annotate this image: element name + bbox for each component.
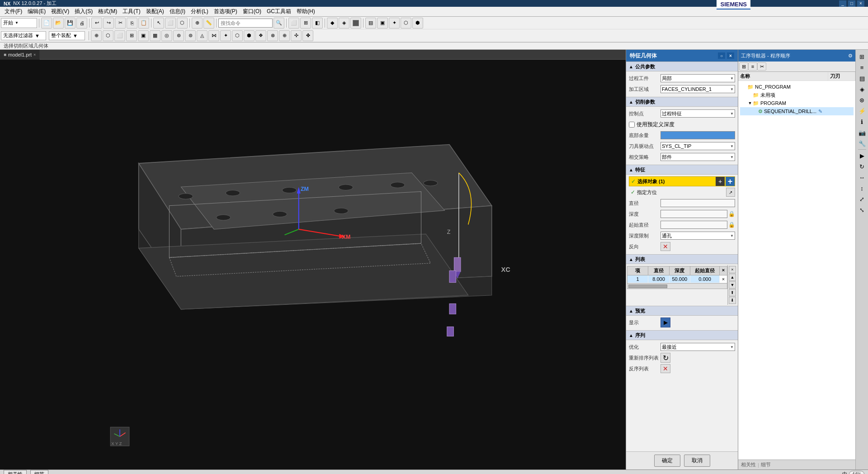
overlap-select[interactable]: 部件 ▼: [660, 153, 735, 161]
blade-icon-13[interactable]: ↕: [857, 183, 867, 193]
nav-item-nc-program[interactable]: 📁 NC_PROGRAM: [740, 83, 854, 91]
save-btn[interactable]: 💾: [65, 18, 75, 28]
blade-icon-6[interactable]: ⚡: [857, 106, 867, 116]
start-dia-input[interactable]: 0.00000: [660, 221, 727, 229]
menu-view[interactable]: 视图(V): [48, 7, 72, 16]
table-side-top[interactable]: ⬆: [729, 289, 736, 296]
scene-3d[interactable]: ZM XM XC Z: [0, 60, 626, 469]
optimize-select[interactable]: 最接近 ▼: [660, 343, 735, 351]
menu-edit[interactable]: 编辑(E): [25, 7, 48, 16]
filter-btn11[interactable]: ⋈: [208, 30, 219, 41]
table-side-up[interactable]: ▲: [729, 274, 736, 281]
cancel-button[interactable]: 取消: [684, 455, 710, 467]
section-preview[interactable]: ▲ 预览: [626, 306, 738, 316]
process-tool-select[interactable]: 局部 ▼: [660, 74, 735, 82]
control-point-select[interactable]: 过程特征 ▼: [660, 109, 735, 118]
depth-input[interactable]: 50.00000: [660, 210, 727, 218]
blade-icon-2[interactable]: ≡: [857, 62, 867, 72]
filter-btn4[interactable]: ⊞: [126, 30, 137, 41]
menu-format[interactable]: 格式(M): [95, 7, 120, 16]
scrollbar-track[interactable]: [628, 284, 726, 288]
filter-btn7[interactable]: ◎: [161, 30, 172, 41]
more-btn3[interactable]: ⬢: [412, 18, 423, 28]
detail-button[interactable]: 细节: [30, 470, 48, 474]
viewport[interactable]: ■ model1.prt ×: [0, 50, 626, 469]
table-side-down[interactable]: ▼: [729, 281, 736, 289]
view-btn2[interactable]: ⊞: [300, 18, 311, 28]
nav-tb-btn2[interactable]: ≡: [748, 62, 757, 71]
filter-btn6[interactable]: ▦: [150, 30, 160, 41]
blade-icon-5[interactable]: ⊛: [857, 95, 867, 105]
process-area-value[interactable]: FACES_CYLINDER_1 ▼: [660, 85, 735, 93]
section-list[interactable]: ▲ 列表: [626, 254, 738, 264]
menu-gc[interactable]: GC工具箱: [264, 7, 294, 16]
snap-btn2[interactable]: ⊕: [91, 30, 102, 41]
view-btn1[interactable]: ⬜: [288, 18, 299, 28]
filter-btn2[interactable]: ⬡: [103, 30, 113, 41]
direction-value[interactable]: ✕: [660, 242, 735, 251]
dialog-minimize-button[interactable]: ○: [718, 52, 725, 59]
depth-limit-value[interactable]: 通孔 ▼: [660, 232, 735, 240]
filter-btn13[interactable]: ⬡: [232, 30, 243, 41]
menu-assembly[interactable]: 装配(A): [143, 7, 167, 16]
section-features[interactable]: ▲ 特征: [626, 165, 738, 175]
reorder-button[interactable]: ↻: [660, 353, 670, 363]
optimize-value[interactable]: 最接近 ▼: [660, 343, 735, 351]
dialog-close-button[interactable]: ×: [727, 52, 734, 59]
blade-icon-14[interactable]: ⤢: [857, 194, 867, 204]
render-btn1[interactable]: ◆: [327, 18, 338, 28]
open-btn[interactable]: 📂: [53, 18, 64, 28]
menu-help[interactable]: 帮助(H): [294, 7, 318, 16]
menu-preferences[interactable]: 首选项(P): [211, 7, 240, 16]
filter-btn5[interactable]: ▣: [138, 30, 149, 41]
more-btn1[interactable]: ✦: [389, 18, 400, 28]
blade-icon-8[interactable]: 📷: [857, 128, 867, 137]
menu-insert[interactable]: 插入(S): [72, 7, 95, 16]
filter-btn8[interactable]: ⊛: [173, 30, 184, 41]
blade-icon-10[interactable]: ▶: [857, 151, 867, 161]
stock-value[interactable]: 0.0000: [660, 131, 735, 139]
table-side-delete[interactable]: ×: [729, 266, 736, 273]
preview-display-value[interactable]: ▶: [660, 318, 735, 327]
blade-icon-3[interactable]: ▤: [857, 73, 867, 83]
sel-btn1[interactable]: ↖: [153, 18, 164, 28]
filter-dropdown[interactable]: 无选择过滤器 ▼: [1, 31, 46, 40]
filter-btn9[interactable]: ⊚: [185, 30, 196, 41]
filter-btn17[interactable]: ⊕: [279, 30, 290, 41]
search-input[interactable]: [218, 19, 273, 28]
menu-info[interactable]: 信息(I): [167, 7, 188, 16]
depth-limit-select[interactable]: 通孔 ▼: [660, 232, 735, 240]
blade-icon-1[interactable]: ⊞: [857, 52, 867, 62]
reverse-value[interactable]: ✕: [660, 364, 735, 373]
snap-btn[interactable]: ⊕: [192, 18, 203, 28]
dialog-controls[interactable]: ○ ×: [718, 52, 734, 59]
process-area-select[interactable]: FACES_CYLINDER_1 ▼: [660, 85, 735, 93]
paste-btn[interactable]: 📋: [138, 18, 149, 28]
filter-btn16[interactable]: ⊗: [267, 30, 278, 41]
render-btn2[interactable]: ◈: [339, 18, 349, 28]
nav-item-seq-drill[interactable]: ⚙ SEQUENTIAL_DRILL... ✎: [740, 107, 854, 115]
reorder-value[interactable]: ↻: [660, 353, 735, 363]
specify-dir-button[interactable]: ↗: [726, 188, 735, 197]
menu-file[interactable]: 文件(F): [2, 7, 25, 16]
print-btn[interactable]: 🖨: [76, 18, 87, 28]
blade-icon-7[interactable]: ℹ: [857, 117, 867, 127]
filter-btn15[interactable]: ❖: [255, 30, 266, 41]
preview-display-button[interactable]: ▶: [660, 318, 670, 327]
measure-btn[interactable]: 📏: [203, 18, 214, 28]
section-sequence[interactable]: ▲ 序列: [626, 330, 738, 340]
minimize-button[interactable]: _: [839, 0, 846, 7]
filter-btn18[interactable]: ✣: [291, 30, 302, 41]
edit-icon[interactable]: ✎: [818, 109, 822, 114]
nav-item-unused[interactable]: 📁 未用项: [740, 91, 854, 99]
nav-item-program[interactable]: ▼ 📁 PROGRAM: [740, 99, 854, 107]
filter-btn19[interactable]: ✤: [302, 30, 313, 41]
start-dropdown[interactable]: 开始 ▼: [1, 18, 37, 28]
section-public-params[interactable]: ▲ 公共参数: [626, 62, 738, 71]
navigator-gear-icon[interactable]: ⚙: [848, 53, 853, 59]
close-button[interactable]: ×: [857, 0, 864, 7]
scope-dropdown[interactable]: 整个装配 ▼: [49, 31, 85, 40]
section-cut-params[interactable]: ▲ 切削参数: [626, 97, 738, 107]
filter-btn14[interactable]: ⬢: [244, 30, 255, 41]
table-side-bottom[interactable]: ⬇: [729, 297, 736, 304]
